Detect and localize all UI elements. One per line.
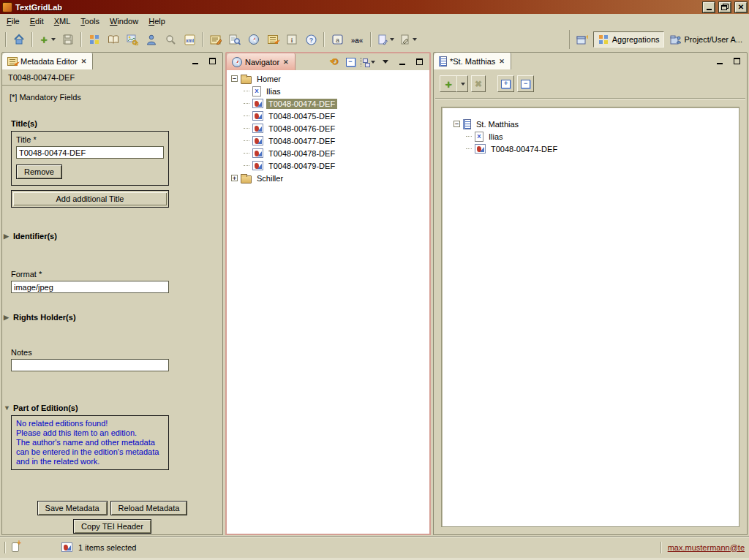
maximize-view-button[interactable] (206, 55, 219, 68)
tree-item-label-selected[interactable]: T0048-00474-DEF (266, 99, 337, 109)
add-object-button[interactable]: ＋ (37, 31, 58, 48)
edition-info-line: Please add this item to an edition. (16, 428, 164, 438)
tree-item-ilias[interactable]: Ilias (227, 85, 429, 97)
expand-expander-icon[interactable] (231, 175, 238, 181)
identifiers-section-heading[interactable]: ▶ Identifier(s) (11, 232, 222, 241)
xml-document-button[interactable]: xml (181, 31, 198, 48)
toolbar-separator (5, 32, 7, 47)
menu-xml[interactable]: XML (49, 15, 76, 27)
quotation-button[interactable]: »a« (347, 31, 366, 48)
text-editor-button[interactable] (207, 31, 225, 48)
restore-window-button[interactable] (719, 2, 731, 12)
close-window-button[interactable]: ✕ (735, 2, 747, 12)
minimize-window-button[interactable] (703, 2, 715, 12)
tree-connector (466, 136, 472, 137)
open-perspective-button[interactable]: + (573, 31, 591, 48)
search-button[interactable] (162, 31, 179, 48)
tree-item-t0048-00478[interactable]: T0048-00478-DEF (227, 147, 429, 159)
save-button[interactable] (59, 31, 77, 48)
home-button[interactable] (10, 31, 28, 48)
open-book-icon (108, 34, 119, 45)
tree-item-label[interactable]: T0048-00476-DEF (266, 124, 337, 134)
tree-item-st-matthias[interactable]: St. Matthias (449, 118, 734, 130)
remove-title-button[interactable]: Remove (16, 164, 62, 179)
format-input[interactable] (11, 281, 169, 293)
add-entry-dropdown-button[interactable] (456, 75, 468, 92)
menu-window[interactable]: Window (105, 15, 143, 27)
image-link-button[interactable] (124, 31, 141, 48)
tree-item-label[interactable]: Ilias (264, 86, 283, 97)
tree-item-t0048-00477[interactable]: T0048-00477-DEF (227, 135, 429, 147)
workbench-area: Metadata Editor ✕ T0048-00474-DEF [*] Ma… (0, 50, 749, 536)
tree-item-label[interactable]: T0048-00478-DEF (266, 148, 337, 159)
object-info-button[interactable]: i (283, 31, 301, 48)
tree-mode-button[interactable] (361, 56, 375, 69)
navigator-compass-button[interactable] (245, 31, 263, 48)
tree-item-t0048-00476[interactable]: T0048-00476-DEF (227, 122, 429, 135)
tree-item-label[interactable]: Homer (255, 74, 283, 84)
tree-item-t0048-00479[interactable]: T0048-00479-DEF (227, 159, 429, 172)
menu-file[interactable]: File (1, 15, 25, 27)
notes-input[interactable] (11, 359, 169, 371)
maximize-view-button[interactable] (413, 56, 426, 69)
tree-item-t0048-00474[interactable]: T0048-00474-DEF (449, 143, 734, 155)
close-icon[interactable]: ✕ (498, 58, 505, 65)
user-admin-button[interactable] (143, 31, 160, 48)
insert-tool-button[interactable] (398, 31, 419, 48)
aggregations-grid-button[interactable] (86, 31, 103, 48)
rights-section-heading[interactable]: ▶ Rights Holder(s) (11, 313, 222, 322)
copy-tei-header-button[interactable]: Copy TEI Header (73, 519, 151, 534)
reload-metadata-button[interactable]: Reload Metadata (110, 501, 188, 515)
edition-section-heading[interactable]: ▼ Part of Edition(s) (11, 404, 222, 412)
tab-metadata-editor[interactable]: Metadata Editor ✕ (2, 53, 93, 69)
collapse-expander-icon[interactable] (453, 121, 460, 127)
delete-entry-button[interactable]: ✖ (471, 75, 486, 92)
add-additional-title-button[interactable]: Add additional Title (13, 192, 167, 205)
collapse-expander-icon[interactable] (231, 75, 238, 82)
tree-item-label[interactable]: Ilias (486, 132, 505, 142)
annotation-button[interactable]: a (328, 31, 346, 48)
menu-help[interactable]: Help (143, 15, 170, 27)
tab-navigator[interactable]: Navigator ✕ (227, 53, 296, 70)
tree-item-label[interactable]: T0048-00477-DEF (266, 136, 337, 146)
minimize-view-button[interactable] (713, 55, 726, 68)
tree-item-t0048-00474[interactable]: T0048-00474-DEF (227, 97, 429, 110)
perspective-project-user-button[interactable]: Project/User A... (666, 31, 746, 48)
tree-item-schiller[interactable]: Schiller (227, 172, 429, 184)
menu-edit[interactable]: Edit (25, 15, 49, 27)
title-input[interactable] (16, 146, 164, 159)
refresh-button[interactable]: ⟲ (327, 56, 340, 69)
maximize-view-button[interactable] (730, 55, 743, 68)
tree-item-t0048-00475[interactable]: T0048-00475-DEF (227, 110, 429, 122)
add-entry-button[interactable]: ＋ (440, 75, 457, 92)
menu-bar: File Edit XML Tools Window Help (0, 14, 749, 29)
tree-item-label[interactable]: T0048-00475-DEF (266, 111, 337, 121)
minimize-view-button[interactable] (189, 55, 202, 68)
fast-view-icon[interactable] (12, 542, 19, 552)
selection-status-text: 1 items selected (78, 543, 136, 552)
minimize-view-button[interactable] (396, 56, 409, 69)
tree-item-homer[interactable]: Homer (227, 72, 429, 85)
help-button[interactable]: ? (302, 31, 320, 48)
search-results-button[interactable] (226, 31, 244, 48)
close-icon[interactable]: ✕ (80, 58, 88, 65)
collapse-all-button[interactable]: − (344, 56, 357, 69)
close-icon[interactable]: ✕ (282, 58, 290, 66)
perspective-aggregations-button[interactable]: Aggregations (593, 31, 664, 48)
save-metadata-button[interactable]: Save Metadata (37, 501, 108, 515)
collapse-all-button[interactable]: − (517, 75, 534, 92)
tree-item-label[interactable]: T0048-00474-DEF (489, 144, 560, 154)
tab-st-matthias[interactable]: *St. Matthias ✕ (434, 53, 511, 69)
user-account-link[interactable]: max.mustermann@te (668, 543, 745, 552)
tree-item-label[interactable]: T0048-00479-DEF (266, 161, 337, 171)
tree-item-label[interactable]: St. Matthias (474, 119, 521, 129)
menu-tools[interactable]: Tools (75, 15, 105, 27)
tree-item-label[interactable]: Schiller (255, 173, 285, 183)
dictionary-button[interactable] (105, 31, 122, 48)
expand-all-button[interactable]: + (497, 75, 514, 92)
view-menu-button[interactable] (379, 56, 392, 69)
help-icon: ? (306, 34, 317, 45)
tree-item-ilias[interactable]: Ilias (449, 130, 734, 143)
xml-tool-button[interactable] (375, 31, 396, 48)
metadata-editor-button[interactable] (264, 31, 282, 48)
